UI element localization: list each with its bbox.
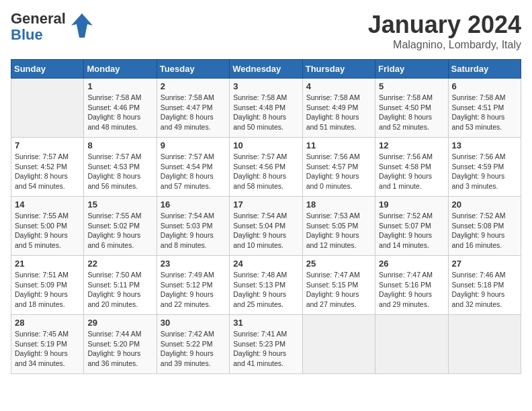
day-cell: 3 Sunrise: 7:58 AM Sunset: 4:48 PM Dayli… bbox=[230, 79, 302, 138]
sunrise-text: Sunrise: 7:58 AM bbox=[161, 93, 226, 103]
sunset-text: Sunset: 4:49 PM bbox=[306, 103, 371, 113]
day-cell: 1 Sunrise: 7:58 AM Sunset: 4:46 PM Dayli… bbox=[84, 79, 157, 138]
day-info: Sunrise: 7:55 AM Sunset: 5:02 PM Dayligh… bbox=[87, 211, 152, 250]
day-cell: 28 Sunrise: 7:45 AM Sunset: 5:19 PM Dayl… bbox=[11, 315, 84, 374]
day-info: Sunrise: 7:57 AM Sunset: 4:54 PM Dayligh… bbox=[161, 152, 226, 191]
sunset-text: Sunset: 5:02 PM bbox=[87, 221, 152, 231]
day-info: Sunrise: 7:52 AM Sunset: 5:08 PM Dayligh… bbox=[452, 211, 517, 250]
sunset-text: Sunset: 4:57 PM bbox=[306, 162, 371, 172]
day-number: 29 bbox=[87, 318, 152, 328]
day-number: 7 bbox=[15, 140, 80, 150]
day-cell: 13 Sunrise: 7:56 AM Sunset: 4:59 PM Dayl… bbox=[448, 138, 521, 197]
day-info: Sunrise: 7:47 AM Sunset: 5:15 PM Dayligh… bbox=[306, 270, 371, 310]
sunset-text: Sunset: 5:09 PM bbox=[15, 280, 80, 290]
day-number: 16 bbox=[161, 199, 226, 210]
sunrise-text: Sunrise: 7:58 AM bbox=[306, 93, 371, 103]
day-info: Sunrise: 7:46 AM Sunset: 5:18 PM Dayligh… bbox=[452, 270, 517, 310]
day-number: 9 bbox=[161, 140, 226, 150]
day-number: 30 bbox=[161, 318, 226, 328]
daylight-text: Daylight: 8 hours and 50 minutes. bbox=[233, 112, 298, 132]
daylight-text: Daylight: 8 hours and 49 minutes. bbox=[161, 112, 226, 132]
day-number: 22 bbox=[87, 259, 152, 269]
daylight-text: Daylight: 9 hours and 20 minutes. bbox=[87, 289, 152, 309]
day-number: 1 bbox=[87, 81, 152, 91]
sunrise-text: Sunrise: 7:48 AM bbox=[233, 270, 298, 280]
col-header-wednesday: Wednesday bbox=[230, 60, 302, 79]
sunrise-text: Sunrise: 7:58 AM bbox=[87, 93, 152, 103]
col-header-friday: Friday bbox=[375, 60, 448, 79]
day-info: Sunrise: 7:56 AM Sunset: 4:58 PM Dayligh… bbox=[379, 152, 444, 191]
sunrise-text: Sunrise: 7:54 AM bbox=[161, 211, 226, 221]
day-cell: 26 Sunrise: 7:47 AM Sunset: 5:16 PM Dayl… bbox=[375, 256, 448, 315]
day-number: 11 bbox=[306, 140, 371, 150]
sunset-text: Sunset: 5:23 PM bbox=[233, 339, 298, 349]
sunset-text: Sunset: 4:53 PM bbox=[87, 162, 152, 172]
sunset-text: Sunset: 5:05 PM bbox=[306, 221, 371, 231]
day-info: Sunrise: 7:47 AM Sunset: 5:16 PM Dayligh… bbox=[379, 270, 444, 310]
day-info: Sunrise: 7:54 AM Sunset: 5:03 PM Dayligh… bbox=[161, 211, 226, 250]
day-info: Sunrise: 7:41 AM Sunset: 5:23 PM Dayligh… bbox=[233, 329, 298, 369]
day-number: 20 bbox=[452, 199, 517, 210]
sunrise-text: Sunrise: 7:47 AM bbox=[379, 270, 444, 280]
sunrise-text: Sunrise: 7:56 AM bbox=[306, 152, 371, 162]
day-cell: 25 Sunrise: 7:47 AM Sunset: 5:15 PM Dayl… bbox=[302, 256, 375, 315]
sunset-text: Sunset: 5:19 PM bbox=[15, 339, 80, 349]
col-header-monday: Monday bbox=[84, 60, 157, 79]
logo: General Blue bbox=[11, 11, 94, 43]
day-cell: 7 Sunrise: 7:57 AM Sunset: 4:52 PM Dayli… bbox=[11, 138, 84, 197]
sunrise-text: Sunrise: 7:58 AM bbox=[233, 93, 298, 103]
sunrise-text: Sunrise: 7:54 AM bbox=[233, 211, 298, 221]
day-cell: 12 Sunrise: 7:56 AM Sunset: 4:58 PM Dayl… bbox=[375, 138, 448, 197]
daylight-text: Daylight: 9 hours and 34 minutes. bbox=[15, 349, 80, 368]
day-cell: 9 Sunrise: 7:57 AM Sunset: 4:54 PM Dayli… bbox=[157, 138, 229, 197]
day-cell: 21 Sunrise: 7:51 AM Sunset: 5:09 PM Dayl… bbox=[11, 256, 84, 315]
calendar-table: Sunday Monday Tuesday Wednesday Thursday… bbox=[11, 59, 521, 374]
daylight-text: Daylight: 9 hours and 3 minutes. bbox=[452, 171, 517, 191]
week-row-5: 28 Sunrise: 7:45 AM Sunset: 5:19 PM Dayl… bbox=[11, 315, 521, 374]
week-row-4: 21 Sunrise: 7:51 AM Sunset: 5:09 PM Dayl… bbox=[11, 256, 521, 315]
day-info: Sunrise: 7:52 AM Sunset: 5:07 PM Dayligh… bbox=[379, 211, 444, 250]
daylight-text: Daylight: 9 hours and 10 minutes. bbox=[233, 230, 298, 250]
daylight-text: Daylight: 9 hours and 25 minutes. bbox=[233, 289, 298, 309]
col-header-tuesday: Tuesday bbox=[157, 60, 229, 79]
sunrise-text: Sunrise: 7:49 AM bbox=[161, 270, 226, 280]
daylight-text: Daylight: 9 hours and 18 minutes. bbox=[15, 289, 80, 309]
day-number: 13 bbox=[452, 140, 517, 150]
day-number: 8 bbox=[87, 140, 152, 150]
sunrise-text: Sunrise: 7:51 AM bbox=[15, 270, 80, 280]
col-header-saturday: Saturday bbox=[448, 60, 521, 79]
daylight-text: Daylight: 9 hours and 41 minutes. bbox=[233, 349, 298, 368]
sunset-text: Sunset: 5:22 PM bbox=[161, 339, 226, 349]
day-cell: 8 Sunrise: 7:57 AM Sunset: 4:53 PM Dayli… bbox=[84, 138, 157, 197]
day-info: Sunrise: 7:54 AM Sunset: 5:04 PM Dayligh… bbox=[233, 211, 298, 250]
day-info: Sunrise: 7:58 AM Sunset: 4:50 PM Dayligh… bbox=[379, 93, 444, 132]
day-cell: 10 Sunrise: 7:57 AM Sunset: 4:56 PM Dayl… bbox=[230, 138, 302, 197]
day-info: Sunrise: 7:53 AM Sunset: 5:05 PM Dayligh… bbox=[306, 211, 371, 250]
logo-blue: Blue bbox=[11, 27, 66, 43]
sunrise-text: Sunrise: 7:57 AM bbox=[87, 152, 152, 162]
day-number: 14 bbox=[15, 199, 80, 210]
sunset-text: Sunset: 5:08 PM bbox=[452, 221, 517, 231]
sunset-text: Sunset: 5:20 PM bbox=[87, 339, 152, 349]
daylight-text: Daylight: 8 hours and 52 minutes. bbox=[379, 112, 444, 132]
sunrise-text: Sunrise: 7:56 AM bbox=[379, 152, 444, 162]
day-number: 28 bbox=[15, 318, 80, 328]
day-info: Sunrise: 7:57 AM Sunset: 4:56 PM Dayligh… bbox=[233, 152, 298, 191]
day-info: Sunrise: 7:48 AM Sunset: 5:13 PM Dayligh… bbox=[233, 270, 298, 310]
day-cell: 16 Sunrise: 7:54 AM Sunset: 5:03 PM Dayl… bbox=[157, 197, 229, 256]
daylight-text: Daylight: 9 hours and 1 minute. bbox=[379, 171, 444, 191]
day-info: Sunrise: 7:44 AM Sunset: 5:20 PM Dayligh… bbox=[87, 329, 152, 369]
day-info: Sunrise: 7:57 AM Sunset: 4:53 PM Dayligh… bbox=[87, 152, 152, 191]
daylight-text: Daylight: 9 hours and 0 minutes. bbox=[306, 171, 371, 191]
sunrise-text: Sunrise: 7:58 AM bbox=[379, 93, 444, 103]
sunset-text: Sunset: 5:00 PM bbox=[15, 221, 80, 231]
daylight-text: Daylight: 8 hours and 53 minutes. bbox=[452, 112, 517, 132]
logo-bird-icon bbox=[70, 12, 94, 39]
sunset-text: Sunset: 5:11 PM bbox=[87, 280, 152, 290]
day-cell: 14 Sunrise: 7:55 AM Sunset: 5:00 PM Dayl… bbox=[11, 197, 84, 256]
sunrise-text: Sunrise: 7:56 AM bbox=[452, 152, 517, 162]
day-number: 23 bbox=[161, 259, 226, 269]
day-info: Sunrise: 7:45 AM Sunset: 5:19 PM Dayligh… bbox=[15, 329, 80, 369]
sunrise-text: Sunrise: 7:55 AM bbox=[15, 211, 80, 221]
day-cell bbox=[302, 315, 375, 374]
